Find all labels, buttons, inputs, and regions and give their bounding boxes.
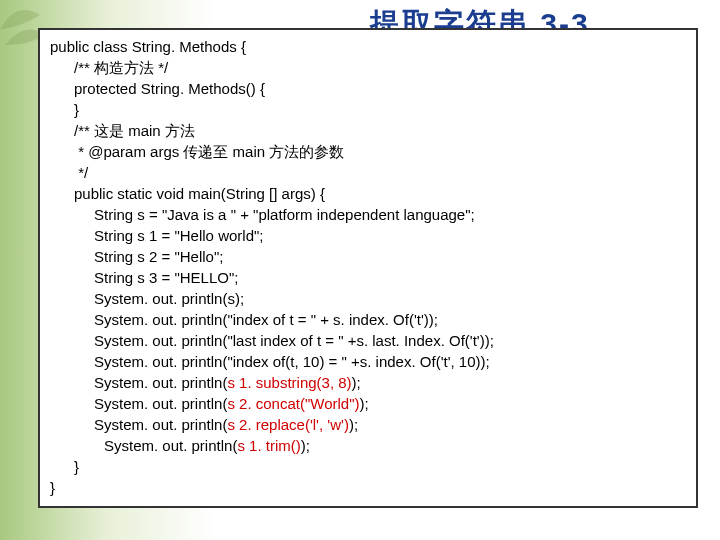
code-line: System. out. println(s 1. substring(3, 8… [50, 372, 686, 393]
highlight-span: s 1. substring(3, 8) [227, 374, 351, 391]
code-line: */ [50, 162, 686, 183]
code-line: /** 构造方法 */ [50, 57, 686, 78]
code-line: System. out. println("index of t = " + s… [50, 309, 686, 330]
code-line: public class String. Methods { [50, 36, 686, 57]
code-line: System. out. println(s); [50, 288, 686, 309]
highlight-span: s 2. concat("World") [227, 395, 359, 412]
code-line: System. out. println(s 2. replace('l', '… [50, 414, 686, 435]
highlight-span: s 1. trim() [237, 437, 300, 454]
code-line: System. out. println("index of(t, 10) = … [50, 351, 686, 372]
code-block: public class String. Methods {/** 构造方法 *… [38, 28, 698, 508]
code-line: } [50, 456, 686, 477]
code-line: } [50, 477, 686, 498]
code-line: String s 2 = "Hello"; [50, 246, 686, 267]
code-line: String s 3 = "HELLO"; [50, 267, 686, 288]
code-line: /** 这是 main 方法 [50, 120, 686, 141]
code-line: * @param args 传递至 main 方法的参数 [50, 141, 686, 162]
code-line: public static void main(String [] args) … [50, 183, 686, 204]
code-line: System. out. println(s 1. trim()); [50, 435, 686, 456]
code-line: String s = "Java is a " + "platform inde… [50, 204, 686, 225]
highlight-span: s 2. replace('l', 'w') [227, 416, 349, 433]
code-content: public class String. Methods {/** 构造方法 *… [50, 36, 686, 498]
code-line: String s 1 = "Hello world"; [50, 225, 686, 246]
code-line: } [50, 99, 686, 120]
code-line: protected String. Methods() { [50, 78, 686, 99]
code-line: System. out. println(s 2. concat("World"… [50, 393, 686, 414]
code-line: System. out. println("last index of t = … [50, 330, 686, 351]
